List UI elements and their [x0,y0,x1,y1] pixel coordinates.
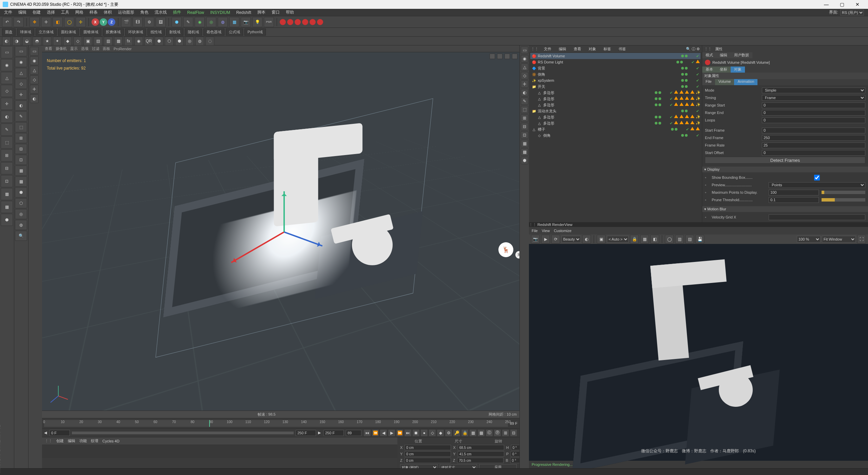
panel-grip-icon[interactable]: ⋮⋮ [529,223,536,227]
mograph-tool-19[interactable]: ◍ [195,37,204,45]
transport-btn-16[interactable]: ⓟ [494,429,501,437]
transport-btn-5[interactable]: ⏭ [404,429,412,437]
rv-fit-select[interactable]: Fit Window [822,236,856,243]
object-check-icon[interactable]: ✔ [670,97,673,101]
select-tool[interactable]: ✥ [29,17,40,27]
object-check-icon[interactable]: ✔ [686,127,689,132]
field-公式域[interactable]: 公式域 [226,28,243,36]
viewport-pan-icon[interactable] [490,54,495,59]
transport-btn-17[interactable]: ⊞ [502,429,509,437]
mograph-tool-13[interactable]: ◉ [134,37,143,45]
transport-btn-15[interactable]: ⓒ [486,429,493,437]
omtab-文件[interactable]: 文件 [542,46,553,52]
render-settings-button[interactable]: ⚙ [144,17,154,27]
lg2-btn-14[interactable]: ⬡ [15,198,27,208]
preview-select[interactable]: Points [769,182,865,188]
tag-icon[interactable] [679,90,684,95]
lg2-btn-2[interactable]: △ [15,68,27,78]
object-row[interactable]: △ 多边形 ✔ ✨ [530,96,701,102]
lg3-btn-4[interactable]: ✛ [30,85,39,94]
camera-button[interactable]: 📷 [241,17,251,27]
attr-tab-模式[interactable]: 模式 [702,52,716,58]
transport-btn-13[interactable]: ▦ [469,429,477,437]
rv-save-button[interactable]: 💾 [695,235,704,244]
rv-snapshot-button[interactable]: 📷 [531,235,540,244]
lg2-btn-3[interactable]: ◇ [15,79,27,89]
transport-btn-18[interactable]: ⊟ [510,429,517,437]
istrip-btn-11[interactable]: ▦ [521,140,528,147]
btab-Cycles 4D[interactable]: Cycles 4D [102,439,119,443]
timeline-cursor[interactable] [209,420,210,427]
prune-slider[interactable] [822,198,865,202]
object-row[interactable]: 🔴 RS Dome Light ✔ [530,59,701,65]
renderview-canvas[interactable]: 微信公众号：野鹿志 微博：野鹿志 作者：马鹿野郎 (0.83s) [529,244,868,461]
object-check-icon[interactable]: ✔ [696,109,699,113]
rv-region-button[interactable]: ▣ [597,235,606,244]
field-环状体域[interactable]: 环状体域 [125,28,146,36]
istrip-btn-12[interactable]: ▩ [521,148,528,156]
mograph-tool-18[interactable]: ◎ [185,37,194,45]
lg3-btn-1[interactable]: ◉ [30,56,39,65]
tag-icon[interactable] [690,96,695,101]
panel-grip-icon[interactable]: ⋮⋮ [45,439,52,443]
rv-bucket-select[interactable]: Beauty [561,236,581,243]
omtab-书签[interactable]: 书签 [616,46,628,52]
mode-select[interactable]: Simple [762,88,865,93]
environment-button[interactable]: ▦ [229,17,239,27]
tag-icon[interactable] [685,96,690,101]
lg1-btn-2[interactable]: △ [1,72,13,84]
lg1-btn-13[interactable]: ⬢ [1,214,13,226]
size-y[interactable] [458,451,504,457]
tag-icon[interactable] [690,115,695,119]
tag-icon[interactable] [674,90,679,95]
viewtab-过滤[interactable]: 过滤 [92,46,99,51]
frame-stop-input[interactable] [296,430,316,436]
mograph-tool-16[interactable]: ⬡ [165,37,174,45]
psr-button[interactable]: PSR [264,17,274,27]
tag-icon[interactable] [679,121,684,126]
mograph-tool-17[interactable]: ⬢ [175,37,184,45]
lg2-btn-0[interactable]: ▭ [15,46,27,56]
menu-选择[interactable]: 选择 [44,9,58,16]
transport-btn-10[interactable]: ⚙ [445,429,452,437]
object-manager-tree[interactable]: 🔴 Redshift Volume ✔ 🔴 RS Dome Light ✔ 🔷 … [529,52,702,222]
transport-btn-8[interactable]: ◇ [429,429,436,437]
pos-y[interactable] [405,451,451,457]
transport-btn-1[interactable]: ⏪ [372,429,379,437]
coord-apply-button[interactable]: 应用 [479,464,517,468]
tag-icon[interactable] [685,121,690,126]
btab-编辑[interactable]: 编辑 [68,438,75,443]
menu-Redshift[interactable]: Redshift [234,10,254,16]
mograph-tool-11[interactable]: ▦ [114,37,123,45]
rs-material-2[interactable] [287,19,293,25]
rs-material-5[interactable] [310,19,316,25]
size-z[interactable] [457,458,504,463]
field-随机域[interactable]: 随机域 [185,28,202,36]
viewport-zoom-icon[interactable] [497,54,502,59]
end-frame-input[interactable] [762,135,865,141]
object-check-icon[interactable]: ✔ [696,84,699,89]
mograph-tool-3[interactable]: ◓ [33,37,41,45]
rv-circle-button[interactable]: ◯ [665,235,674,244]
frame-end-input[interactable] [323,430,344,436]
lg3-btn-2[interactable]: △ [30,66,39,75]
attr-tab-用户数据[interactable]: 用户数据 [731,52,752,58]
panel-grip-icon[interactable]: ⋮⋮ [531,47,538,51]
rs-material-1[interactable] [280,19,286,25]
lg2-btn-8[interactable]: ⊞ [15,133,27,143]
lg2-btn-11[interactable]: ▦ [15,166,27,176]
lg1-btn-9[interactable]: ⊟ [1,162,13,174]
menu-样条[interactable]: 样条 [87,9,100,16]
tag-icon[interactable] [674,102,679,107]
lg1-btn-0[interactable]: ▭ [1,46,13,58]
lg3-btn-5[interactable]: ◐ [30,94,39,103]
mograph-tool-15[interactable]: ⬣ [155,37,163,45]
mograph-tool-20[interactable]: ◌ [205,37,214,45]
show-bbox-checkbox[interactable] [769,175,865,180]
cube-primitive[interactable]: ⬣ [172,17,182,27]
transport-btn-3[interactable]: ▶ [388,429,395,437]
object-row[interactable]: 📁 开关 ✔ [530,83,701,90]
nurbs-button[interactable]: ◉ [195,17,205,27]
tag-icon[interactable] [679,102,684,107]
tag-icon[interactable]: ✨ [696,121,701,126]
